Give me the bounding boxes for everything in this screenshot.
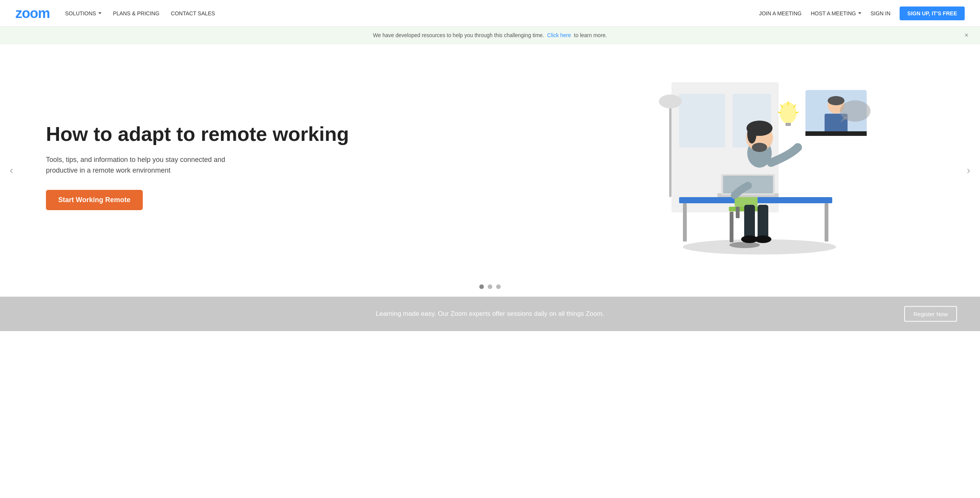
chevron-down-icon <box>98 12 101 14</box>
carousel-dot-2[interactable] <box>488 284 492 289</box>
hero-title: How to adapt to remote working <box>46 123 524 146</box>
carousel-prev-button[interactable]: ‹ <box>4 163 19 178</box>
svg-point-12 <box>729 242 760 248</box>
svg-rect-6 <box>825 203 828 242</box>
info-banner: We have developed resources to help you … <box>0 27 980 44</box>
cta-button[interactable]: Start Working Remote <box>46 190 143 210</box>
svg-point-19 <box>747 124 756 144</box>
nav-solutions[interactable]: SOLUTIONS <box>65 10 101 16</box>
logo[interactable]: zoom <box>15 5 50 21</box>
register-button[interactable]: Register Now <box>904 306 957 322</box>
svg-point-8 <box>659 95 682 108</box>
svg-rect-5 <box>683 203 687 242</box>
svg-rect-1 <box>679 94 725 147</box>
banner-text-after: to learn more. <box>572 32 607 38</box>
nav-join-meeting[interactable]: JOIN A MEETING <box>759 10 802 16</box>
nav-sign-in[interactable]: SIGN IN <box>871 10 890 16</box>
hero-section: ‹ How to adapt to remote working Tools, … <box>0 44 980 297</box>
hero-subtitle: Tools, tips, and information to help you… <box>46 154 245 176</box>
hero-text-block: How to adapt to remote working Tools, ti… <box>0 123 539 210</box>
svg-rect-10 <box>730 212 733 242</box>
svg-point-38 <box>828 96 844 105</box>
carousel-next-button[interactable]: › <box>961 163 976 178</box>
nav-left: SOLUTIONS PLANS & PRICING CONTACT SALES <box>65 10 759 16</box>
hero-svg <box>641 71 878 262</box>
carousel-dot-3[interactable] <box>496 284 501 289</box>
svg-rect-7 <box>669 101 671 197</box>
chevron-down-icon <box>858 12 861 14</box>
footer-banner: Learning made easy. Our Zoom experts off… <box>0 297 980 331</box>
signup-button[interactable]: SIGN UP, IT'S FREE <box>900 7 965 20</box>
carousel-dots <box>479 284 501 289</box>
banner-text-before: We have developed resources to help you … <box>373 32 546 38</box>
nav-host-meeting[interactable]: HOST A MEETING <box>811 10 861 16</box>
svg-rect-14 <box>736 207 740 218</box>
svg-point-28 <box>780 102 797 124</box>
navbar: zoom SOLUTIONS PLANS & PRICING CONTACT S… <box>0 0 980 27</box>
nav-right: JOIN A MEETING HOST A MEETING SIGN IN SI… <box>759 7 965 20</box>
svg-rect-29 <box>786 123 791 126</box>
svg-point-27 <box>755 235 771 243</box>
svg-rect-40 <box>805 131 867 136</box>
hero-illustration <box>539 67 980 266</box>
svg-point-20 <box>752 143 767 152</box>
svg-rect-24 <box>744 205 755 239</box>
nav-plans[interactable]: PLANS & PRICING <box>113 10 159 16</box>
carousel-dot-1[interactable] <box>479 284 484 289</box>
footer-banner-text: Learning made easy. Our Zoom experts off… <box>376 310 604 318</box>
banner-link[interactable]: Click here <box>547 32 571 38</box>
banner-close-button[interactable]: × <box>964 32 969 39</box>
svg-rect-25 <box>758 205 768 239</box>
nav-contact[interactable]: CONTACT SALES <box>171 10 215 16</box>
